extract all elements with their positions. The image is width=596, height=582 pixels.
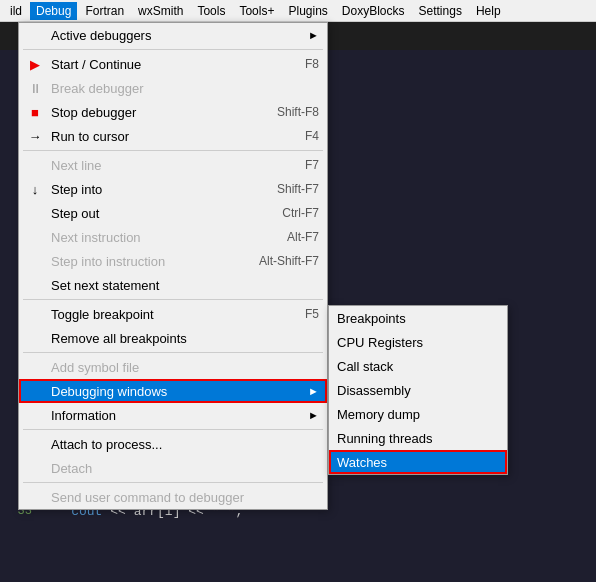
- play-icon: ▶: [23, 57, 47, 72]
- step-into-label: Step into: [51, 182, 102, 197]
- menu-add-symbol-file[interactable]: Add symbol file: [19, 355, 327, 379]
- call-stack-label: Call stack: [337, 359, 393, 374]
- stop-debugger-label: Stop debugger: [51, 105, 136, 120]
- submenu-running-threads[interactable]: Running threads: [329, 426, 507, 450]
- menu-toggle-breakpoint[interactable]: Toggle breakpoint F5: [19, 302, 327, 326]
- stepout-shortcut: Ctrl-F7: [262, 206, 319, 220]
- separator-5: [23, 429, 323, 430]
- separator-4: [23, 352, 323, 353]
- disassembly-label: Disassembly: [337, 383, 411, 398]
- menu-set-next-statement[interactable]: Set next statement: [19, 273, 327, 297]
- menu-send-user-command[interactable]: Send user command to debugger: [19, 485, 327, 509]
- menu-build[interactable]: ild: [4, 2, 28, 20]
- menu-debugging-windows[interactable]: Debugging windows ►: [19, 379, 327, 403]
- menu-stop-debugger[interactable]: ■ Stop debugger Shift-F8: [19, 100, 327, 124]
- break-debugger-label: Break debugger: [51, 81, 144, 96]
- separator-3: [23, 299, 323, 300]
- separator-6: [23, 482, 323, 483]
- information-label: Information: [51, 408, 116, 423]
- step-out-label: Step out: [51, 206, 99, 221]
- detach-label: Detach: [51, 461, 92, 476]
- run-to-cursor-label: Run to cursor: [51, 129, 129, 144]
- menu-next-instruction[interactable]: Next instruction Alt-F7: [19, 225, 327, 249]
- debug-dropdown-menu: Active debuggers ► ▶ Start / Continue F8…: [18, 22, 328, 510]
- breakpoints-label: Breakpoints: [337, 311, 406, 326]
- watches-label: Watches: [337, 455, 387, 470]
- attach-to-process-label: Attach to process...: [51, 437, 162, 452]
- next-line-label: Next line: [51, 158, 102, 173]
- submenu-cpu-registers[interactable]: CPU Registers: [329, 330, 507, 354]
- nextinstr-shortcut: Alt-F7: [267, 230, 319, 244]
- menu-debug[interactable]: Debug: [30, 2, 77, 20]
- set-next-statement-label: Set next statement: [51, 278, 159, 293]
- menu-step-into[interactable]: ↓ Step into Shift-F7: [19, 177, 327, 201]
- remove-all-bp-label: Remove all breakpoints: [51, 331, 187, 346]
- menu-next-line[interactable]: Next line F7: [19, 153, 327, 177]
- submenu-disassembly[interactable]: Disassembly: [329, 378, 507, 402]
- debugging-windows-submenu: Breakpoints CPU Registers Call stack Dis…: [328, 305, 508, 475]
- information-arrow-icon: ►: [308, 409, 319, 421]
- menu-step-into-instruction[interactable]: Step into instruction Alt-Shift-F7: [19, 249, 327, 273]
- stop-icon: ■: [23, 105, 47, 120]
- stepinto-shortcut: Shift-F7: [257, 182, 319, 196]
- menu-fortran[interactable]: Fortran: [79, 2, 130, 20]
- running-threads-label: Running threads: [337, 431, 432, 446]
- togglebp-shortcut: F5: [285, 307, 319, 321]
- submenu-call-stack[interactable]: Call stack: [329, 354, 507, 378]
- submenu-memory-dump[interactable]: Memory dump: [329, 402, 507, 426]
- stop-shortcut: Shift-F8: [257, 105, 319, 119]
- pause-icon: ⏸: [23, 81, 47, 96]
- menu-tools[interactable]: Tools: [191, 2, 231, 20]
- submenu-watches[interactable]: Watches: [329, 450, 507, 474]
- separator-1: [23, 49, 323, 50]
- menu-plugins[interactable]: Plugins: [282, 2, 333, 20]
- add-symbol-label: Add symbol file: [51, 360, 139, 375]
- runcursor-shortcut: F4: [285, 129, 319, 143]
- active-debuggers-label: Active debuggers: [51, 28, 151, 43]
- toggle-breakpoint-label: Toggle breakpoint: [51, 307, 154, 322]
- runcursor-icon: →: [23, 129, 47, 144]
- submenu-breakpoints[interactable]: Breakpoints: [329, 306, 507, 330]
- menu-help[interactable]: Help: [470, 2, 507, 20]
- memory-dump-label: Memory dump: [337, 407, 420, 422]
- menu-step-out[interactable]: Step out Ctrl-F7: [19, 201, 327, 225]
- start-shortcut: F8: [285, 57, 319, 71]
- debugwindows-arrow-icon: ►: [308, 385, 319, 397]
- menu-active-debuggers[interactable]: Active debuggers ►: [19, 23, 327, 47]
- menu-wxsmith[interactable]: wxSmith: [132, 2, 189, 20]
- menu-detach[interactable]: Detach: [19, 456, 327, 480]
- menu-information[interactable]: Information ►: [19, 403, 327, 427]
- step-into-instruction-label: Step into instruction: [51, 254, 165, 269]
- menu-remove-all-breakpoints[interactable]: Remove all breakpoints: [19, 326, 327, 350]
- debugging-windows-label: Debugging windows: [51, 384, 167, 399]
- stepinto-icon: ↓: [23, 182, 47, 197]
- nextline-shortcut: F7: [285, 158, 319, 172]
- send-user-command-label: Send user command to debugger: [51, 490, 244, 505]
- menu-attach-to-process[interactable]: Attach to process...: [19, 432, 327, 456]
- cpu-registers-label: CPU Registers: [337, 335, 423, 350]
- menu-break-debugger[interactable]: ⏸ Break debugger: [19, 76, 327, 100]
- start-continue-label: Start / Continue: [51, 57, 141, 72]
- separator-2: [23, 150, 323, 151]
- menubar: ild Debug Fortran wxSmith Tools Tools+ P…: [0, 0, 596, 22]
- stepintoinstr-shortcut: Alt-Shift-F7: [239, 254, 319, 268]
- menu-settings[interactable]: Settings: [413, 2, 468, 20]
- arrow-icon: ►: [308, 29, 319, 41]
- menu-start-continue[interactable]: ▶ Start / Continue F8: [19, 52, 327, 76]
- menu-run-to-cursor[interactable]: → Run to cursor F4: [19, 124, 327, 148]
- menu-doxyblocks[interactable]: DoxyBlocks: [336, 2, 411, 20]
- next-instruction-label: Next instruction: [51, 230, 141, 245]
- menu-tools-plus[interactable]: Tools+: [233, 2, 280, 20]
